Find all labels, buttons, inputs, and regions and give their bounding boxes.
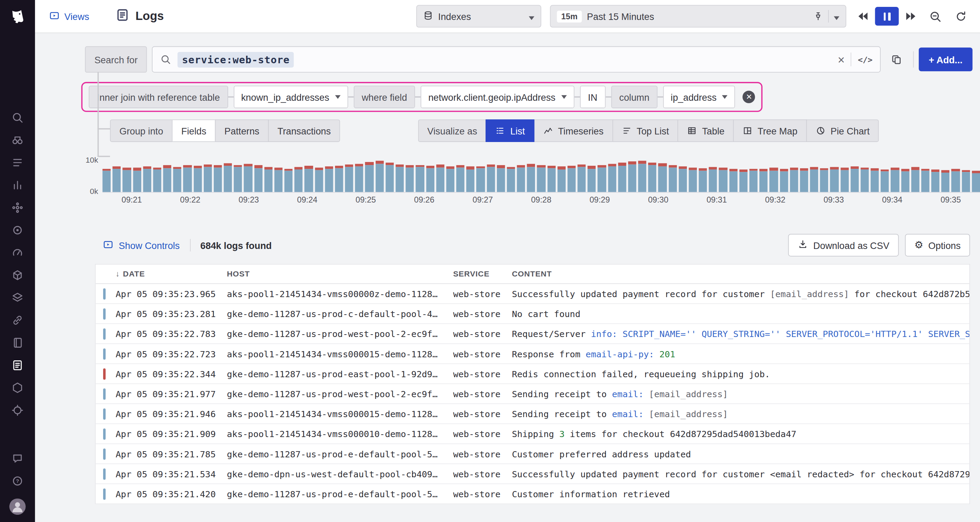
column-select[interactable]: ip_address xyxy=(663,86,735,108)
histogram-bar[interactable] xyxy=(113,166,121,192)
histogram-bar[interactable] xyxy=(496,165,505,192)
histogram-bar[interactable] xyxy=(962,170,970,192)
integrations-icon[interactable] xyxy=(7,309,28,332)
histogram-bar[interactable] xyxy=(194,165,202,192)
histogram-bar[interactable] xyxy=(567,166,576,192)
table-row[interactable]: Apr 05 09:35:21.534gke-demo-dpn-us-west-… xyxy=(95,464,969,484)
help-icon[interactable]: ? xyxy=(7,470,28,492)
histogram-bar[interactable] xyxy=(315,168,323,192)
histogram-bar[interactable] xyxy=(426,166,434,192)
histogram-bar[interactable] xyxy=(375,161,384,192)
histogram-bar[interactable] xyxy=(770,168,778,192)
field-select[interactable]: network.client.geoip.ipAddress xyxy=(421,86,574,108)
histogram-bar[interactable] xyxy=(365,162,374,192)
logs-icon[interactable] xyxy=(7,354,28,376)
histogram-bar[interactable] xyxy=(810,167,818,192)
viz-option-pie-chart[interactable]: Pie Chart xyxy=(806,119,879,142)
histogram-bar[interactable] xyxy=(507,167,515,192)
histogram-bar[interactable] xyxy=(396,164,404,192)
histogram-bar[interactable] xyxy=(588,166,596,192)
copy-icon[interactable] xyxy=(886,48,908,71)
histogram-bar[interactable] xyxy=(951,169,960,192)
histogram-bar[interactable] xyxy=(355,164,364,192)
table-row[interactable]: Apr 05 09:35:21.420gke-demo-11287-us-pro… xyxy=(95,484,969,504)
table-row[interactable]: Apr 05 09:35:23.965aks-pool1-21451434-vm… xyxy=(95,284,969,304)
histogram-bar[interactable] xyxy=(406,165,414,192)
histogram-bar[interactable] xyxy=(254,165,262,192)
download-csv-button[interactable]: Download as CSV xyxy=(788,234,899,256)
histogram-bar[interactable] xyxy=(709,167,717,192)
histogram-bar[interactable] xyxy=(477,166,485,192)
histogram-bar[interactable] xyxy=(214,165,222,192)
reference-table-select[interactable]: known_ip_addresses xyxy=(234,86,348,108)
notebooks-icon[interactable] xyxy=(7,332,28,354)
histogram-bar[interactable] xyxy=(759,169,768,192)
histogram-bar[interactable] xyxy=(871,168,879,192)
ci-visibility-icon[interactable] xyxy=(7,399,28,421)
histogram-bar[interactable] xyxy=(153,168,161,192)
histogram-bar[interactable] xyxy=(608,164,616,192)
histogram-bar[interactable] xyxy=(891,168,899,192)
histogram-bar[interactable] xyxy=(285,169,293,192)
add-button[interactable]: + Add... xyxy=(919,48,972,71)
histogram-bar[interactable] xyxy=(102,169,111,192)
sort-descending-icon[interactable]: ↓ xyxy=(115,270,119,278)
zoom-out-icon[interactable] xyxy=(929,10,942,23)
histogram-bar[interactable] xyxy=(325,166,333,192)
histogram-bar[interactable] xyxy=(264,167,272,192)
datadog-logo[interactable] xyxy=(7,6,28,27)
table-row[interactable]: Apr 05 09:35:21.977gke-demo-11287-us-pro… xyxy=(95,384,969,404)
query-token[interactable]: service:web-store xyxy=(178,51,294,67)
metrics-icon[interactable] xyxy=(7,174,28,196)
histogram-bar[interactable] xyxy=(224,163,232,192)
column-header-service[interactable]: SERVICE xyxy=(453,270,504,278)
remove-join-button[interactable]: ✕ xyxy=(743,91,755,103)
histogram-bar[interactable] xyxy=(669,165,677,192)
histogram-bar[interactable] xyxy=(901,169,909,192)
histogram-bar[interactable] xyxy=(487,164,495,192)
histogram-bar[interactable] xyxy=(850,166,859,192)
pause-button[interactable] xyxy=(875,7,899,26)
histogram-bar[interactable] xyxy=(648,162,657,192)
column-header-host[interactable]: HOST xyxy=(227,270,445,278)
histogram-bar[interactable] xyxy=(972,171,980,192)
histogram-bar[interactable] xyxy=(911,167,920,192)
histogram-bar[interactable] xyxy=(305,166,313,192)
rewind-icon[interactable] xyxy=(856,10,869,22)
views-button[interactable]: Views xyxy=(49,10,89,23)
histogram-bar[interactable] xyxy=(861,168,869,192)
histogram-bar[interactable] xyxy=(618,163,626,192)
histogram-bar[interactable] xyxy=(537,165,545,192)
histogram-bar[interactable] xyxy=(244,164,252,192)
infrastructure-icon[interactable] xyxy=(7,264,28,286)
options-button[interactable]: ⚙ Options xyxy=(905,234,970,256)
histogram-bar[interactable] xyxy=(638,161,646,192)
viz-option-list[interactable]: List xyxy=(486,119,535,142)
histogram-bar[interactable] xyxy=(527,164,535,192)
histogram-bar[interactable] xyxy=(163,165,172,192)
search-icon[interactable] xyxy=(7,106,28,129)
histogram-bar[interactable] xyxy=(294,167,303,192)
time-chevron-down-icon[interactable] xyxy=(834,11,839,22)
indexes-dropdown[interactable]: Indexes xyxy=(416,5,541,27)
show-controls-button[interactable]: Show Controls xyxy=(102,239,180,252)
time-range-selector[interactable]: 15m Past 15 Minutes xyxy=(550,5,846,27)
code-view-button[interactable]: </> xyxy=(858,55,872,64)
viz-option-table[interactable]: Table xyxy=(678,119,733,142)
table-row[interactable]: Apr 05 09:35:22.723aks-pool1-21451434-vm… xyxy=(95,344,969,364)
histogram-bar[interactable] xyxy=(274,168,282,192)
serverless-icon[interactable] xyxy=(7,286,28,309)
tab-transactions[interactable]: Transactions xyxy=(268,119,340,142)
histogram-bar[interactable] xyxy=(578,164,586,192)
column-header-content[interactable]: CONTENT xyxy=(512,270,969,278)
tab-patterns[interactable]: Patterns xyxy=(215,119,269,142)
histogram-bar[interactable] xyxy=(557,166,566,192)
histogram-bar[interactable] xyxy=(729,169,737,192)
histogram-bar[interactable] xyxy=(679,166,687,192)
histogram-bar[interactable] xyxy=(739,169,748,192)
security-icon[interactable] xyxy=(7,377,28,399)
viz-option-top-list[interactable]: Top List xyxy=(612,119,678,142)
histogram-bar[interactable] xyxy=(628,161,636,192)
histogram-bar[interactable] xyxy=(385,162,394,192)
histogram-bar[interactable] xyxy=(699,168,707,192)
